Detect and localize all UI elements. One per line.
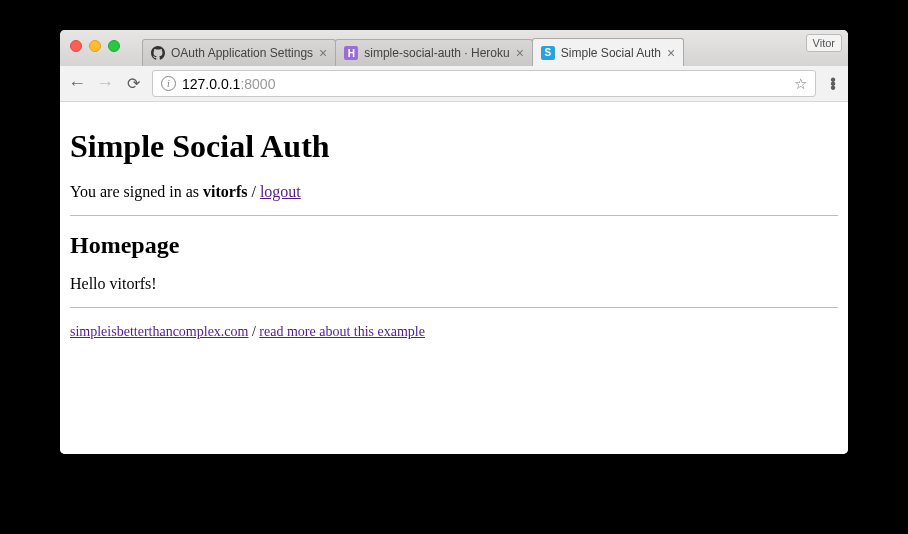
app-icon: S — [541, 46, 555, 60]
tab-strip: OAuth Application Settings × H simple-so… — [142, 38, 806, 66]
section-heading: Homepage — [70, 232, 838, 259]
tab-label: Simple Social Auth — [561, 46, 661, 60]
profile-chip[interactable]: Vitor — [806, 34, 842, 52]
bookmark-star-icon[interactable]: ☆ — [794, 75, 807, 93]
url-text: 127.0.0.1:8000 — [182, 76, 275, 92]
page-viewport: Simple Social Auth You are signed in as … — [60, 102, 848, 454]
signin-status: You are signed in as vitorfs / logout — [70, 183, 838, 201]
page-title: Simple Social Auth — [70, 128, 838, 165]
footer-link-site[interactable]: simpleisbetterthancomplex.com — [70, 324, 248, 339]
close-window-button[interactable] — [70, 40, 82, 52]
close-tab-icon[interactable]: × — [319, 46, 327, 60]
address-bar[interactable]: i 127.0.0.1:8000 ☆ — [152, 70, 816, 97]
url-port: :8000 — [240, 76, 275, 92]
forward-button[interactable]: → — [96, 73, 114, 94]
back-button[interactable]: ← — [68, 73, 86, 94]
tab-label: OAuth Application Settings — [171, 46, 313, 60]
tab-oauth-settings[interactable]: OAuth Application Settings × — [142, 39, 336, 66]
titlebar: OAuth Application Settings × H simple-so… — [60, 30, 848, 66]
greeting-text: Hello vitorfs! — [70, 275, 838, 293]
browser-menu-button[interactable]: ••• — [826, 78, 840, 90]
logout-link[interactable]: logout — [260, 183, 301, 200]
site-info-icon[interactable]: i — [161, 76, 176, 91]
reload-button[interactable]: ⟳ — [124, 74, 142, 93]
footer-link-readmore[interactable]: read more about this example — [259, 324, 425, 339]
minimize-window-button[interactable] — [89, 40, 101, 52]
signin-prefix: You are signed in as — [70, 183, 203, 200]
close-tab-icon[interactable]: × — [516, 46, 524, 60]
url-host: 127.0.0.1 — [182, 76, 240, 92]
toolbar: ← → ⟳ i 127.0.0.1:8000 ☆ ••• — [60, 66, 848, 102]
github-icon — [151, 46, 165, 60]
heroku-icon: H — [344, 46, 358, 60]
maximize-window-button[interactable] — [108, 40, 120, 52]
tab-label: simple-social-auth · Heroku — [364, 46, 509, 60]
divider — [70, 307, 838, 308]
close-tab-icon[interactable]: × — [667, 46, 675, 60]
signed-in-username: vitorfs — [203, 183, 247, 200]
window-controls — [70, 40, 120, 52]
tab-heroku[interactable]: H simple-social-auth · Heroku × — [335, 39, 533, 66]
separator: / — [248, 324, 259, 339]
tab-simple-social-auth[interactable]: S Simple Social Auth × — [532, 38, 684, 66]
footer-links: simpleisbetterthancomplex.com / read mor… — [70, 324, 838, 340]
divider — [70, 215, 838, 216]
browser-window: OAuth Application Settings × H simple-so… — [60, 30, 848, 454]
separator: / — [247, 183, 259, 200]
